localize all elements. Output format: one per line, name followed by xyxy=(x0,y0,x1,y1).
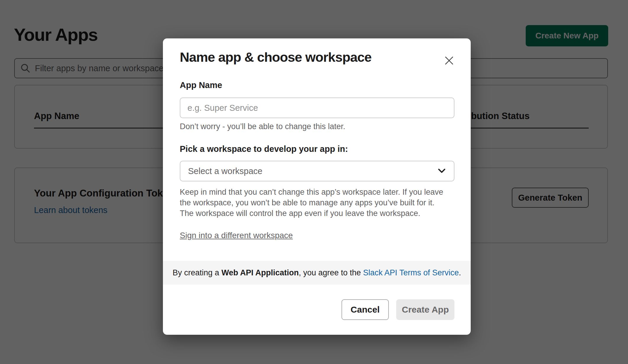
terms-text-middle: , you agree to the xyxy=(299,268,363,277)
close-icon xyxy=(444,55,454,66)
workspace-label: Pick a workspace to develop your app in: xyxy=(180,144,348,154)
create-app-button[interactable]: Create App xyxy=(396,299,454,320)
app-name-label: App Name xyxy=(180,80,222,90)
app-name-input[interactable] xyxy=(180,98,454,118)
terms-text-suffix: . xyxy=(459,268,461,277)
terms-app-type: Web API Application xyxy=(221,268,299,277)
sign-into-different-workspace-link[interactable]: Sign into a different workspace xyxy=(180,231,293,240)
your-apps-page: Your Apps Create New App App Name Distri… xyxy=(0,0,628,364)
modal-title: Name app & choose workspace xyxy=(180,49,371,66)
workspace-helper-text: Keep in mind that you can’t change this … xyxy=(180,187,448,219)
workspace-select[interactable]: Select a workspace xyxy=(180,161,454,181)
modal-close-button[interactable] xyxy=(441,52,458,69)
terms-of-service-link[interactable]: Slack API Terms of Service xyxy=(363,268,459,277)
terms-text-prefix: By creating a xyxy=(173,268,221,277)
workspace-select-value: Select a workspace xyxy=(188,166,262,176)
create-app-modal: Name app & choose workspace App Name Don… xyxy=(163,38,471,335)
cancel-button[interactable]: Cancel xyxy=(341,299,389,320)
terms-notice-bar: By creating a Web API Application, you a… xyxy=(163,261,471,285)
chevron-down-icon xyxy=(437,168,446,174)
app-name-helper-text: Don’t worry - you’ll be able to change t… xyxy=(180,122,345,131)
